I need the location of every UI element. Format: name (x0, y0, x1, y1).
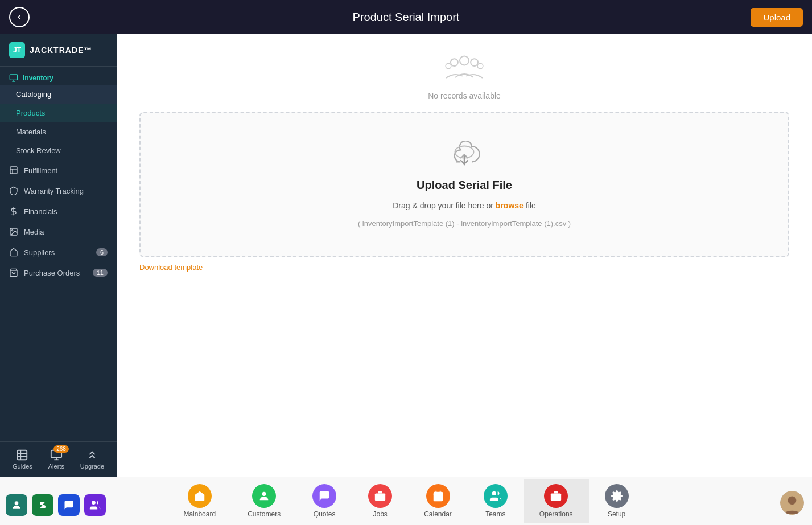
upload-button[interactable]: Upload (751, 8, 803, 27)
calendar-icon (432, 490, 444, 502)
svg-point-30 (492, 491, 496, 495)
sidebar: JT JACKTRADE™ Inventory Cataloging Produ… (0, 34, 117, 477)
sidebar-item-products[interactable]: Products (0, 104, 117, 122)
avatar-icon-2[interactable] (32, 494, 53, 516)
svg-rect-26 (433, 492, 443, 502)
sidebar-logo: JT JACKTRADE™ (0, 34, 117, 67)
suppliers-icon (9, 248, 18, 257)
svg-point-17 (460, 56, 469, 65)
browse-link[interactable]: browse (496, 201, 524, 210)
user-avatar[interactable] (780, 491, 804, 515)
sidebar-footer: Guides 268 Alerts Upgrade (0, 441, 117, 477)
purchase-orders-icon (9, 268, 18, 277)
nav-item-operations[interactable]: Operations (524, 479, 589, 523)
back-button[interactable] (9, 7, 30, 27)
warranty-icon (9, 186, 18, 195)
svg-point-33 (555, 495, 557, 497)
upgrade-button[interactable]: Upgrade (80, 449, 104, 470)
upgrade-icon (86, 449, 98, 461)
mainboard-icon (193, 490, 206, 502)
nav-item-customers[interactable]: Customers (232, 479, 296, 523)
nav-item-mainboard[interactable]: Mainboard (167, 479, 232, 523)
top-header: Product Serial Import Upload (0, 0, 812, 34)
avatar-icon-4[interactable] (84, 494, 106, 516)
customers-icon (258, 490, 270, 502)
upload-zone-description: Drag & drop your file here or browse fil… (393, 201, 536, 210)
purchase-orders-badge: 11 (93, 269, 108, 277)
main-layout: JT JACKTRADE™ Inventory Cataloging Produ… (0, 34, 812, 477)
nav-item-calendar[interactable]: Calendar (408, 479, 468, 523)
bottom-left-avatars (6, 494, 106, 516)
suppliers-badge: 6 (96, 248, 108, 256)
svg-point-18 (451, 59, 458, 66)
inventory-icon (9, 73, 18, 83)
financials-icon (9, 207, 18, 216)
svg-rect-3 (10, 167, 17, 174)
svg-rect-0 (10, 75, 17, 80)
operations-icon (550, 490, 562, 502)
svg-point-19 (471, 59, 478, 66)
svg-point-37 (92, 501, 96, 505)
page-title: Product Serial Import (353, 11, 460, 24)
sidebar-item-financials[interactable]: Financials (0, 201, 117, 222)
dollar-icon (37, 499, 48, 511)
group-icon (89, 499, 101, 511)
media-icon (9, 227, 18, 236)
drag-drop-text: Drag & drop your file here or (393, 201, 493, 210)
nav-item-setup[interactable]: Setup (589, 479, 645, 523)
guides-button[interactable]: Guides (13, 449, 32, 470)
sidebar-item-fulfillment[interactable]: Fulfillment (0, 160, 117, 181)
logo-icon: JT (9, 42, 25, 58)
svg-rect-10 (18, 450, 27, 460)
file-text: file (526, 201, 536, 210)
inventory-label: Inventory (23, 74, 53, 82)
sidebar-item-warranty-tracking[interactable]: Warranty Tracking (0, 181, 117, 201)
sidebar-item-cataloging[interactable]: Cataloging (0, 85, 117, 104)
svg-rect-25 (375, 493, 385, 501)
svg-point-24 (262, 492, 266, 496)
svg-point-8 (12, 230, 13, 231)
svg-point-35 (15, 501, 19, 505)
download-template-link[interactable]: Download template (139, 263, 789, 272)
sidebar-item-purchase-orders[interactable]: Purchase Orders 11 (0, 262, 117, 283)
alerts-button[interactable]: 268 Alerts (48, 449, 64, 470)
guides-icon (16, 449, 28, 461)
upload-filename: ( inventoryImportTemplate (1) - inventor… (358, 219, 571, 228)
quotes-icon (318, 490, 331, 502)
avatar-icon-3[interactable] (58, 494, 80, 516)
svg-point-21 (477, 63, 483, 69)
no-records-text: No records available (428, 91, 501, 100)
sidebar-item-inventory[interactable]: Inventory (0, 67, 117, 85)
nav-item-quotes[interactable]: Quotes (296, 479, 352, 523)
nav-item-teams[interactable]: Teams (468, 479, 524, 523)
chat-icon (63, 499, 75, 511)
avatar-icon-1[interactable] (6, 494, 27, 516)
no-records-section: No records available (139, 51, 789, 100)
user-avatar-image (780, 491, 804, 515)
upload-zone-title: Upload Serial File (417, 179, 512, 192)
teams-icon (489, 490, 502, 502)
alerts-badge: 268 (53, 445, 69, 453)
nav-item-jobs[interactable]: Jobs (352, 479, 408, 523)
svg-point-20 (446, 63, 451, 69)
sidebar-item-materials[interactable]: Materials (0, 122, 117, 141)
person-icon (11, 499, 22, 511)
content-area: No records available Upload Serial File … (117, 34, 812, 477)
sidebar-item-media[interactable]: Media (0, 222, 117, 242)
fulfillment-icon (9, 166, 18, 175)
sidebar-item-suppliers[interactable]: Suppliers 6 (0, 242, 117, 262)
no-records-icon (442, 51, 487, 85)
logo-text: JACKTRADE™ (30, 46, 92, 55)
jobs-icon (374, 490, 386, 502)
bottom-nav: Mainboard Customers Quotes Jobs (0, 477, 812, 525)
upload-zone[interactable]: Upload Serial File Drag & drop your file… (139, 112, 789, 257)
sidebar-item-stock-review[interactable]: Stock Review (0, 141, 117, 160)
svg-point-39 (788, 496, 797, 505)
setup-icon (611, 490, 623, 502)
upload-cloud-icon (447, 141, 481, 170)
